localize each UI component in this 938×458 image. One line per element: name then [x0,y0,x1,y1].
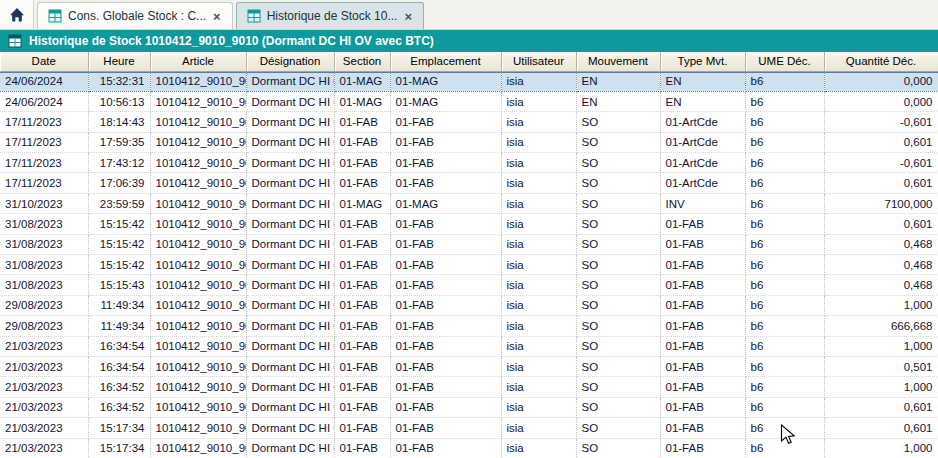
cell[interactable]: b6 [745,71,824,91]
cell[interactable]: SO [576,438,660,458]
cell[interactable]: 01-FAB [660,418,745,438]
cell[interactable]: SO [576,336,660,356]
cell[interactable]: 1010412_9010_9010 [150,397,246,417]
cell[interactable]: EN [660,91,745,111]
cell[interactable]: 01-MAG [334,71,390,91]
column-header-10[interactable]: Quantité Déc. [824,52,938,71]
cell[interactable]: EN [576,91,660,111]
cell[interactable]: 17:59:35 [88,132,150,152]
cell[interactable]: 1010412_9010_9010 [150,356,246,376]
cell[interactable]: 01-MAG [334,193,390,213]
cell[interactable]: 0,601 [824,397,938,417]
cell[interactable]: 01-FAB [334,132,390,152]
cell[interactable]: 1,000 [824,377,938,397]
cell[interactable]: 0,501 [824,356,938,376]
cell[interactable]: isia [501,418,576,438]
cell[interactable]: 23:59:59 [88,193,150,213]
cell[interactable]: isia [501,214,576,234]
cell[interactable]: Dormant DC HI OV avec BTC [246,275,334,295]
cell[interactable]: 01-FAB [334,153,390,173]
cell[interactable]: 1010412_9010_9010 [150,377,246,397]
cell[interactable]: EN [660,71,745,91]
cell[interactable]: isia [501,377,576,397]
cell[interactable]: 01-FAB [660,397,745,417]
cell[interactable]: SO [576,316,660,336]
cell[interactable]: 01-FAB [334,377,390,397]
cell[interactable]: 1,000 [824,295,938,315]
cell[interactable]: 01-FAB [390,397,501,417]
column-header-5[interactable]: Emplacement [390,52,501,71]
cell[interactable]: EN [576,71,660,91]
cell[interactable]: Dormant DC HI OV avec BTC [246,255,334,275]
cell[interactable]: 17/11/2023 [0,153,88,173]
cell[interactable]: 01-MAG [390,91,501,111]
cell[interactable]: 01-FAB [660,275,745,295]
cell[interactable]: 01-FAB [390,377,501,397]
cell[interactable]: 0,601 [824,418,938,438]
cell[interactable]: 21/03/2023 [0,377,88,397]
table-row[interactable]: 21/03/202316:34:541010412_9010_9010Dorma… [0,356,938,376]
cell[interactable]: 01-FAB [334,295,390,315]
cell[interactable]: b6 [745,153,824,173]
cell[interactable]: Dormant DC HI OV avec BTC [246,234,334,254]
cell[interactable]: Dormant DC HI OV avec BTC [246,438,334,458]
cell[interactable]: SO [576,275,660,295]
cell[interactable]: 01-FAB [334,214,390,234]
cell[interactable]: isia [501,336,576,356]
cell[interactable]: SO [576,173,660,193]
cell[interactable]: b6 [745,418,824,438]
cell[interactable]: Dormant DC HI OV avec BTC [246,153,334,173]
cell[interactable]: 01-FAB [390,132,501,152]
cell[interactable]: b6 [745,91,824,111]
cell[interactable]: 16:34:52 [88,397,150,417]
cell[interactable]: 01-FAB [390,112,501,132]
table-row[interactable]: 21/03/202315:17:341010412_9010_9010Dorma… [0,438,938,458]
cell[interactable]: 1,000 [824,438,938,458]
column-header-1[interactable]: Heure [88,52,150,71]
cell[interactable]: SO [576,214,660,234]
table-row[interactable]: 17/11/202317:59:351010412_9010_9010Dorma… [0,132,938,152]
cell[interactable]: 1010412_9010_9010 [150,71,246,91]
cell[interactable]: isia [501,356,576,376]
cell[interactable]: 666,668 [824,316,938,336]
cell[interactable]: 01-FAB [334,255,390,275]
cell[interactable]: Dormant DC HI OV avec BTC [246,418,334,438]
table-row[interactable]: 21/03/202315:17:341010412_9010_9010Dorma… [0,418,938,438]
cell[interactable]: 0,601 [824,132,938,152]
cell[interactable]: 01-MAG [390,193,501,213]
cell[interactable]: 01-FAB [390,173,501,193]
cell[interactable]: Dormant DC HI OV avec BTC [246,71,334,91]
cell[interactable]: Dormant DC HI OV avec BTC [246,397,334,417]
table-row[interactable]: 17/11/202317:43:121010412_9010_9010Dorma… [0,153,938,173]
cell[interactable]: 01-FAB [390,295,501,315]
column-header-0[interactable]: Date [0,52,88,71]
cell[interactable]: -0,601 [824,112,938,132]
cell[interactable]: SO [576,397,660,417]
cell[interactable]: 01-MAG [334,91,390,111]
cell[interactable]: isia [501,112,576,132]
column-header-7[interactable]: Mouvement [576,52,660,71]
table-row[interactable]: 31/08/202315:15:431010412_9010_9010Dorma… [0,275,938,295]
cell[interactable]: 15:32:31 [88,71,150,91]
cell[interactable]: 21/03/2023 [0,438,88,458]
cell[interactable]: 17:06:39 [88,173,150,193]
cell[interactable]: 01-FAB [390,275,501,295]
cell[interactable]: isia [501,173,576,193]
cell[interactable]: 31/08/2023 [0,214,88,234]
cell[interactable]: Dormant DC HI OV avec BTC [246,377,334,397]
cell[interactable]: 1,000 [824,336,938,356]
cell[interactable]: SO [576,153,660,173]
cell[interactable]: INV [660,193,745,213]
cell[interactable]: 18:14:43 [88,112,150,132]
cell[interactable]: 31/08/2023 [0,255,88,275]
cell[interactable]: b6 [745,356,824,376]
cell[interactable]: 11:49:34 [88,316,150,336]
cell[interactable]: 15:17:34 [88,418,150,438]
cell[interactable]: b6 [745,316,824,336]
table-row[interactable]: 21/03/202316:34:521010412_9010_9010Dorma… [0,397,938,417]
column-header-3[interactable]: Désignation [246,52,334,71]
column-header-6[interactable]: Utilisateur [501,52,576,71]
cell[interactable]: 1010412_9010_9010 [150,295,246,315]
table-row[interactable]: 31/10/202323:59:591010412_9010_9010Dorma… [0,193,938,213]
cell[interactable]: 1010412_9010_9010 [150,255,246,275]
